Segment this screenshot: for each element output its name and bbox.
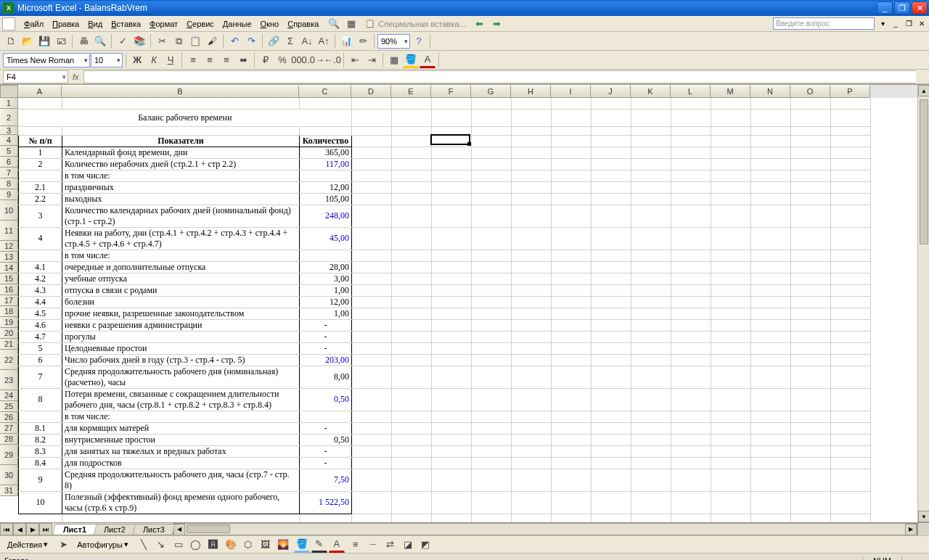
cell-I22[interactable] <box>552 366 592 388</box>
cell-I11[interactable] <box>552 227 592 250</box>
cell-M15[interactable] <box>711 284 751 296</box>
cell-L30[interactable] <box>671 491 711 514</box>
cell-F23[interactable] <box>432 388 472 411</box>
cell-K27[interactable] <box>631 445 671 457</box>
save-icon[interactable]: 💾 <box>36 33 52 49</box>
zoom-combo[interactable]: 90% <box>377 34 410 49</box>
cell-F28[interactable] <box>432 457 472 469</box>
cell-K31[interactable] <box>631 514 671 522</box>
column-header-C[interactable]: C <box>299 85 351 98</box>
cell-K22[interactable] <box>631 366 671 388</box>
cell-B12[interactable]: в том числе: <box>62 250 300 261</box>
cell-N29[interactable] <box>751 469 791 491</box>
cell-D11[interactable] <box>352 227 392 250</box>
cell-F1[interactable] <box>432 98 472 109</box>
cell-I28[interactable] <box>552 457 592 469</box>
column-header-I[interactable]: I <box>551 85 591 98</box>
cell-L8[interactable] <box>671 181 711 193</box>
cell-K23[interactable] <box>631 388 671 411</box>
cell-A20[interactable]: 5 <box>19 342 62 354</box>
line-weight-icon[interactable]: ≡ <box>348 537 364 553</box>
cell-M21[interactable] <box>711 354 751 366</box>
cell-F16[interactable] <box>432 296 472 308</box>
chart-icon[interactable]: 📊 <box>338 33 354 49</box>
cell-D24[interactable] <box>352 411 392 422</box>
cell-J7[interactable] <box>592 170 631 181</box>
row-header-14[interactable]: 14 <box>0 263 18 273</box>
cell-N21[interactable] <box>751 354 791 366</box>
dash-style-icon[interactable]: ┈ <box>365 537 381 553</box>
cell-C7[interactable] <box>300 170 352 181</box>
row-header-20[interactable]: 20 <box>0 328 18 339</box>
cell-I12[interactable] <box>552 250 592 261</box>
cell-K4[interactable] <box>631 135 671 147</box>
underline-icon[interactable]: Ч <box>163 52 179 68</box>
column-header-P[interactable]: P <box>830 85 870 98</box>
cut-icon[interactable]: ✂ <box>154 33 170 49</box>
cell-A2[interactable]: Баланс рабочего времени <box>19 109 352 126</box>
vertical-scrollbar[interactable]: ▲ ▼ <box>917 85 929 522</box>
binoculars-icon[interactable]: 🔍 <box>326 16 342 32</box>
cell-D20[interactable] <box>352 342 392 354</box>
cell-N27[interactable] <box>751 445 791 457</box>
special-paste-label[interactable]: 📋 Специальная вставка... <box>361 19 470 28</box>
cell-H16[interactable] <box>512 296 552 308</box>
sheet-tab-Лист3[interactable]: Лист3 <box>133 524 176 535</box>
cell-L11[interactable] <box>671 227 711 250</box>
cell-L19[interactable] <box>671 331 711 342</box>
menu-окно[interactable]: Окно <box>256 18 284 30</box>
cell-J11[interactable] <box>592 227 631 250</box>
cell-P19[interactable] <box>831 331 871 342</box>
cell-E9[interactable] <box>392 193 432 205</box>
cell-M6[interactable] <box>711 158 751 170</box>
doc-minimize-button[interactable]: _ <box>891 19 901 29</box>
spreadsheet-grid[interactable]: ABCDEFGHIJKLMNOP 12345678910111213141516… <box>0 84 929 522</box>
cell-P2[interactable] <box>831 109 871 126</box>
cell-A26[interactable]: 8.2 <box>19 434 62 445</box>
cell-B8[interactable]: праздничных <box>62 181 300 193</box>
cell-N16[interactable] <box>751 296 791 308</box>
cell-E2[interactable] <box>392 109 432 126</box>
cell-H15[interactable] <box>512 284 552 296</box>
cell-I4[interactable] <box>552 135 592 147</box>
fx-icon[interactable]: fx <box>73 73 79 81</box>
cell-L10[interactable] <box>671 205 711 227</box>
cell-E27[interactable] <box>392 445 432 457</box>
cell-B1[interactable] <box>62 98 300 109</box>
cell-O14[interactable] <box>791 273 831 284</box>
cell-O9[interactable] <box>791 193 831 205</box>
cell-F9[interactable] <box>432 193 472 205</box>
cell-E28[interactable] <box>392 457 432 469</box>
cell-B6[interactable]: Количество нерабочих дней (стр.2.1 + стр… <box>62 158 300 170</box>
cell-F25[interactable] <box>432 422 472 434</box>
cell-L27[interactable] <box>671 445 711 457</box>
cell-E30[interactable] <box>392 491 432 514</box>
cell-J31[interactable] <box>592 514 631 522</box>
cell-L13[interactable] <box>671 261 711 273</box>
row-header-26[interactable]: 26 <box>0 412 18 423</box>
paste-icon[interactable]: 📋 <box>187 33 203 49</box>
cell-K18[interactable] <box>631 319 671 331</box>
cell-H29[interactable] <box>512 469 552 491</box>
cell-E24[interactable] <box>392 411 432 422</box>
cell-A29[interactable]: 9 <box>19 469 62 491</box>
cell-I10[interactable] <box>552 205 592 227</box>
cell-K10[interactable] <box>631 205 671 227</box>
row-header-23[interactable]: 23 <box>0 370 18 390</box>
cell-O22[interactable] <box>791 366 831 388</box>
cell-H25[interactable] <box>512 422 552 434</box>
cell-B21[interactable]: Число рабочих дней в году (стр.3 - стр.4… <box>62 354 300 366</box>
cell-G30[interactable] <box>472 491 512 514</box>
cell-I20[interactable] <box>552 342 592 354</box>
cell-M10[interactable] <box>711 205 751 227</box>
cell-F29[interactable] <box>432 469 472 491</box>
cell-P21[interactable] <box>831 354 871 366</box>
cell-M7[interactable] <box>711 170 751 181</box>
cell-B3[interactable] <box>62 126 300 135</box>
sort-desc-icon[interactable]: A↑ <box>316 33 332 49</box>
cell-J1[interactable] <box>592 98 631 109</box>
row-header-10[interactable]: 10 <box>0 200 18 221</box>
column-header-B[interactable]: B <box>62 85 299 98</box>
cell-H26[interactable] <box>512 434 552 445</box>
cell-O6[interactable] <box>791 158 831 170</box>
